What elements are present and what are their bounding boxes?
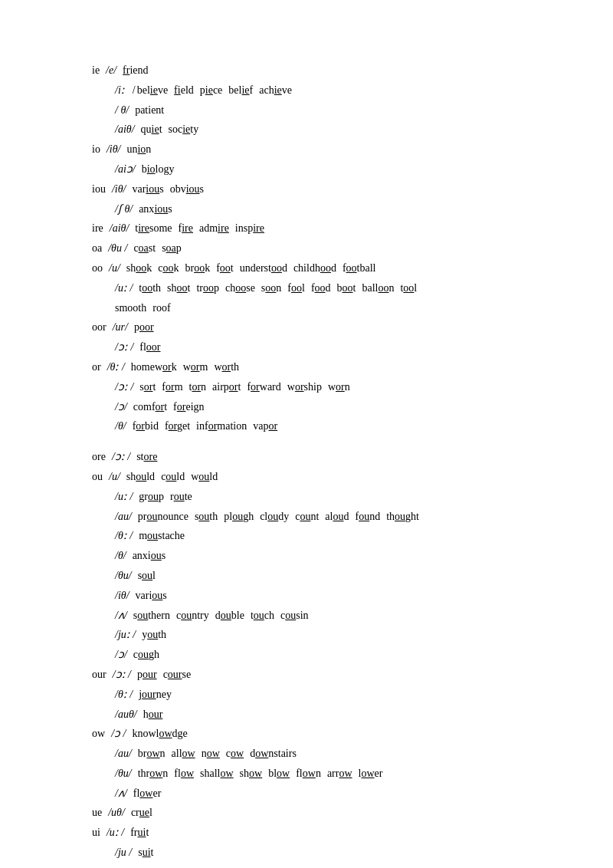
entry-oo-sub1: /uː / tooth shoot troop choose soon fool… xyxy=(92,279,529,298)
example-word: patient xyxy=(135,101,164,120)
example-word: admire xyxy=(199,219,229,238)
entry-ow-sub3: /ʌ/ flower xyxy=(92,784,529,803)
entry-ui: ui /uː / fruit xyxy=(92,824,529,842)
example-word: south xyxy=(195,508,218,526)
entry-ie-sub2: / θ/ patient xyxy=(92,101,529,120)
phoneme: /auθ/ xyxy=(115,705,137,724)
example-word: worm xyxy=(183,358,208,376)
entry-ow-sub1: /au/ brown allow now cow downstairs xyxy=(92,745,529,763)
entry-oa: oa /θu / coast soap xyxy=(92,239,529,258)
entry-key: ou xyxy=(92,468,103,486)
example-word: tool xyxy=(400,279,417,298)
entry-or: or /θː / homework worm worth xyxy=(92,358,529,376)
phoneme: /θː / xyxy=(107,358,125,376)
entry-ou-sub2: /au/ prounounce south plough cloudy coun… xyxy=(92,508,529,526)
entry-key: iou xyxy=(92,180,106,199)
phoneme: /uː / xyxy=(115,279,133,298)
example-word: tooth xyxy=(139,279,161,298)
phoneme: /θu / xyxy=(108,239,127,258)
phoneme: /ɔː / xyxy=(112,448,130,466)
phoneme: /u/ xyxy=(109,259,120,278)
entry-ou-sub7: /ʌ/ southern country double touch cousin xyxy=(92,607,529,625)
example-word: floor xyxy=(139,338,160,357)
example-word: flower xyxy=(133,784,162,803)
entry-key: ue xyxy=(92,804,102,822)
example-word: fire xyxy=(179,219,193,238)
example-word: worth xyxy=(214,358,239,376)
entry-our-sub2: /auθ/ hour xyxy=(92,705,529,724)
example-word: society xyxy=(169,120,199,139)
example-word: torn xyxy=(189,378,207,396)
example-word: suit xyxy=(138,843,153,862)
example-word: route xyxy=(170,488,192,506)
entry-ou-sub9: /ɔ/ cough xyxy=(92,646,529,664)
phoneme: /e/ xyxy=(106,61,116,80)
entry-key: ui xyxy=(92,824,100,842)
entry-key: or xyxy=(92,358,101,376)
phoneme: /ɔ / xyxy=(111,725,126,743)
example-word: arrow xyxy=(327,764,352,783)
phoneme: /ɔ/ xyxy=(115,398,127,416)
phoneme: / θ/ xyxy=(115,101,129,120)
example-word: balloon xyxy=(362,279,394,298)
example-word: moustache xyxy=(139,527,185,545)
phoneme: /θ/ xyxy=(115,417,126,436)
example-word: tiresome xyxy=(135,219,172,238)
phoneme: /aiɔ/ xyxy=(115,160,136,179)
phoneme: /uθ/ xyxy=(108,804,125,822)
example-word: cook xyxy=(158,259,179,278)
example-word: forbid xyxy=(133,417,159,436)
example-word: found xyxy=(355,508,380,526)
example-word: cruel xyxy=(131,804,152,822)
phoneme: /uː / xyxy=(107,824,124,842)
example-word: boot xyxy=(337,279,356,298)
example-word: shallow xyxy=(200,764,234,783)
phoneme: /ʃ θ/ xyxy=(115,200,133,219)
example-word: count xyxy=(295,508,319,526)
example-word: downstairs xyxy=(250,745,297,763)
example-word: cousin xyxy=(280,607,309,625)
example-word: southern xyxy=(133,607,170,625)
example-word: various xyxy=(132,180,163,199)
example-word: prounounce xyxy=(138,508,188,526)
example-word: store xyxy=(136,448,157,466)
example-word: brown xyxy=(138,745,166,763)
example-word: form xyxy=(162,378,182,396)
entry-key: io xyxy=(92,140,100,159)
example-word: childhood xyxy=(293,259,336,278)
example-word: union xyxy=(126,140,151,159)
entry-ou-sub8: /juː / youth xyxy=(92,626,529,644)
example-word: soap xyxy=(162,239,182,258)
example-word: forget xyxy=(165,417,190,436)
example-word: anxious xyxy=(139,200,172,219)
example-word: cough xyxy=(133,646,159,664)
entry-iou-sub1: /ʃ θ/ anxious xyxy=(92,200,529,219)
example-word: should xyxy=(126,468,155,486)
example-word: quiet xyxy=(141,120,162,139)
phoneme: /aiθ/ xyxy=(110,219,129,238)
entry-or-sub1: /ɔː / sort form torn airport forward wor… xyxy=(92,378,529,396)
phoneme: /u/ xyxy=(109,468,120,486)
example-word: worn xyxy=(328,378,350,396)
example-word: field xyxy=(174,81,194,100)
entry-ou-sub4: /θ/ anxious xyxy=(92,547,529,565)
phoneme: /ɔː / xyxy=(115,378,133,396)
phoneme: /uː / xyxy=(115,488,133,506)
entry-ui-sub2: /i / build xyxy=(92,863,529,868)
example-word: biology xyxy=(142,160,175,179)
page-content: ie /e/ friend /iː / believe field piece … xyxy=(0,0,613,868)
phoneme: /i / xyxy=(115,863,126,868)
example-word: troop xyxy=(196,279,219,298)
phoneme: /ʌ/ xyxy=(115,784,127,803)
phoneme: /iθ/ xyxy=(107,140,121,159)
example-word: cow xyxy=(226,745,244,763)
entry-iou: iou /iθ/ various obvious xyxy=(92,180,529,199)
entry-key: ow xyxy=(92,725,105,743)
entry-our-sub1: /θː / journey xyxy=(92,686,529,704)
entry-ou: ou /u/ should could would xyxy=(92,468,529,486)
entry-ie-sub1: /iː / believe field piece belief achieve xyxy=(92,81,529,100)
example-word: smooth xyxy=(115,299,146,317)
example-word: flown xyxy=(296,764,321,783)
example-word: sort xyxy=(139,378,156,396)
phoneme: /iθ/ xyxy=(115,587,129,605)
